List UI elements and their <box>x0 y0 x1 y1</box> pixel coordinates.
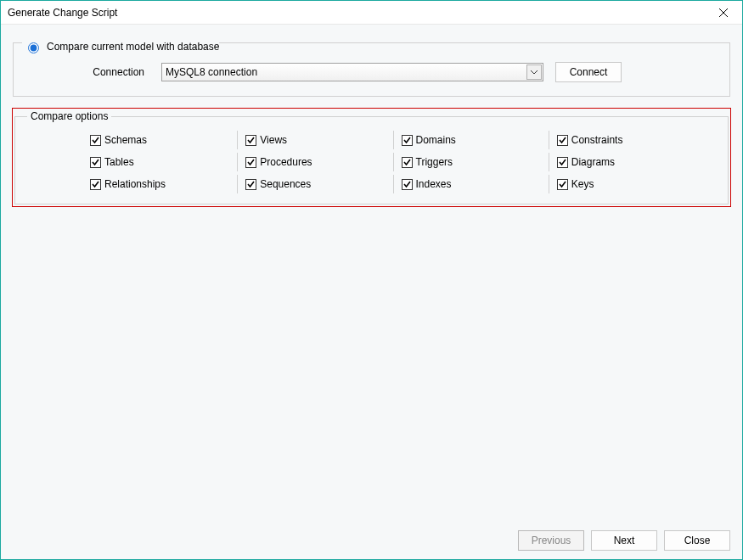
checkbox-icon[interactable] <box>90 157 101 168</box>
checkbox-icon[interactable] <box>245 157 256 168</box>
connection-row: Connection MySQL8 connection Connect <box>25 62 718 82</box>
compare-option-label: Tables <box>104 156 134 168</box>
compare-option-label: Sequences <box>260 178 311 190</box>
compare-options-legend: Compare options <box>27 110 111 122</box>
checkbox-icon[interactable] <box>557 157 568 168</box>
column-separator <box>549 175 549 193</box>
column-separator <box>393 131 394 149</box>
checkbox-icon[interactable] <box>245 179 256 190</box>
checkbox-icon[interactable] <box>557 135 568 146</box>
connect-button[interactable]: Connect <box>555 62 622 82</box>
dialog-window: Generate Change Script Compare current m… <box>0 0 743 560</box>
compare-option-relationships[interactable]: Relationships <box>90 178 245 190</box>
previous-button[interactable]: Previous <box>518 530 584 551</box>
checkbox-icon[interactable] <box>402 135 413 146</box>
column-separator <box>393 175 394 193</box>
checkbox-icon[interactable] <box>245 135 256 146</box>
compare-option-sequences[interactable]: Sequences <box>245 178 401 190</box>
compare-option-label: Indexes <box>416 178 452 190</box>
compare-option-label: Relationships <box>104 178 166 190</box>
window-close-button[interactable] <box>705 1 742 24</box>
connection-select[interactable]: MySQL8 connection <box>161 63 543 81</box>
column-separator <box>237 153 238 171</box>
column-separator <box>237 131 238 149</box>
compare-current-label: Compare current model with database <box>47 41 219 53</box>
column-separator <box>549 131 549 149</box>
checkbox-icon[interactable] <box>90 135 101 146</box>
connection-label: Connection <box>25 66 161 78</box>
compare-option-label: Constraints <box>571 134 623 146</box>
next-button[interactable]: Next <box>591 530 657 551</box>
connection-value: MySQL8 connection <box>166 66 257 78</box>
connection-dropdown-button[interactable] <box>526 64 542 80</box>
close-button[interactable]: Close <box>664 530 730 551</box>
compare-option-diagrams[interactable]: Diagrams <box>557 156 712 168</box>
compare-option-label: Domains <box>416 134 456 146</box>
compare-option-indexes[interactable]: Indexes <box>402 178 557 190</box>
checkbox-icon[interactable] <box>90 179 101 190</box>
column-separator <box>549 153 549 171</box>
compare-option-label: Schemas <box>104 134 147 146</box>
checkbox-icon[interactable] <box>402 179 413 190</box>
compare-current-radio[interactable] <box>28 42 39 53</box>
compare-options-grid: SchemasViewsDomainsConstraintsTablesProc… <box>27 131 716 190</box>
compare-option-label: Views <box>260 134 287 146</box>
column-separator <box>393 153 394 171</box>
compare-option-label: Diagrams <box>571 156 615 168</box>
compare-option-keys[interactable]: Keys <box>557 178 712 190</box>
chevron-down-icon <box>531 70 538 75</box>
titlebar: Generate Change Script <box>1 1 742 25</box>
compare-option-views[interactable]: Views <box>245 134 401 146</box>
column-separator <box>237 175 238 193</box>
compare-mode-group: Compare current model with database Conn… <box>13 36 730 97</box>
compare-option-label: Procedures <box>260 156 312 168</box>
compare-option-triggers[interactable]: Triggers <box>402 156 557 168</box>
compare-options-group: Compare options SchemasViewsDomainsConst… <box>14 110 729 204</box>
compare-options-highlight: Compare options SchemasViewsDomainsConst… <box>13 109 730 206</box>
compare-radio-row[interactable]: Compare current model with database <box>22 40 219 53</box>
dialog-content: Compare current model with database Conn… <box>1 25 742 559</box>
compare-option-schemas[interactable]: Schemas <box>90 134 245 146</box>
dialog-footer: Previous Next Close <box>518 530 730 551</box>
checkbox-icon[interactable] <box>402 157 413 168</box>
compare-option-procedures[interactable]: Procedures <box>245 156 401 168</box>
compare-option-constraints[interactable]: Constraints <box>557 134 712 146</box>
close-icon <box>719 8 728 17</box>
window-title: Generate Change Script <box>8 7 705 19</box>
compare-option-label: Keys <box>571 178 594 190</box>
compare-option-domains[interactable]: Domains <box>402 134 557 146</box>
compare-option-label: Triggers <box>416 156 453 168</box>
compare-option-tables[interactable]: Tables <box>90 156 245 168</box>
checkbox-icon[interactable] <box>557 179 568 190</box>
